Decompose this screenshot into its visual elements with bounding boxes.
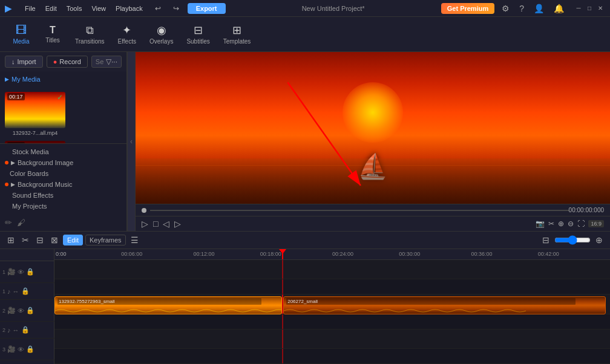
left-nav: ▶ My Media bbox=[0, 71, 126, 87]
snapshot-icon[interactable]: 📷 bbox=[536, 219, 545, 228]
cam-icon-2v[interactable]: 🎥 bbox=[7, 307, 16, 314]
bell-icon[interactable]: 🔔 bbox=[551, 2, 566, 15]
menu-file[interactable]: File bbox=[21, 4, 39, 13]
export-button[interactable]: Export bbox=[188, 3, 226, 14]
edit-icon[interactable]: ✏ bbox=[5, 218, 12, 227]
track-3-video-content[interactable] bbox=[54, 330, 610, 349]
panel-collapse-arrow[interactable]: ‹ bbox=[127, 52, 136, 231]
menu-playback[interactable]: Playback bbox=[112, 4, 146, 13]
track-2-video-content[interactable]: 132932-755272963_small 206272_small bbox=[54, 294, 610, 314]
main-area: ↓ Import ● Record ▽ ··· ▶ My Media bbox=[0, 52, 610, 231]
ruler-24: 00:24:00 bbox=[332, 251, 353, 257]
account-icon[interactable]: 👤 bbox=[531, 2, 546, 15]
toolbar-templates[interactable]: ⊞ Templates bbox=[217, 21, 257, 47]
search-input[interactable] bbox=[96, 58, 103, 65]
more-options-icon[interactable]: ··· bbox=[111, 57, 117, 66]
settings-icon[interactable]: ⚙ bbox=[499, 2, 512, 15]
lock-icon-2a[interactable]: 🔒 bbox=[21, 326, 30, 334]
track-header-1-audio: 1 ♪ ↔ 🔒 bbox=[0, 283, 54, 300]
nav-stock-media[interactable]: Stock Media bbox=[0, 146, 126, 157]
arrow-icon-2a[interactable]: ↔ bbox=[13, 327, 19, 334]
timeline-zoom-slider[interactable] bbox=[554, 235, 591, 245]
timeline-icon-1[interactable]: ⊞ bbox=[5, 234, 17, 246]
titles-icon: T bbox=[50, 25, 56, 36]
progress-bar[interactable] bbox=[150, 210, 569, 211]
timeline-icon-4[interactable]: ⊠ bbox=[48, 234, 61, 246]
nav-bottom-icons: ✏ 🖌 bbox=[0, 214, 126, 231]
menu-tools[interactable]: Tools bbox=[63, 4, 86, 13]
keyframes-button[interactable]: Keyframes bbox=[85, 235, 126, 245]
track-3-audio-content[interactable] bbox=[54, 349, 610, 364]
lock-icon-1v[interactable]: 🔒 bbox=[26, 268, 34, 276]
lock-icon-2v[interactable]: 🔒 bbox=[26, 307, 34, 314]
play-button[interactable]: ▷ bbox=[142, 219, 148, 229]
preview-progress[interactable] bbox=[142, 208, 569, 213]
clip-1-label: 132932-755272963_small bbox=[57, 298, 261, 305]
redo-btn[interactable]: ↪ bbox=[169, 3, 183, 14]
filter-icon[interactable]: ▽ bbox=[106, 57, 111, 66]
clip-2[interactable]: 206272_small bbox=[283, 296, 605, 314]
nav-sound-effects[interactable]: Sound Effects bbox=[0, 190, 126, 201]
ruler-36: 00:36:00 bbox=[471, 251, 493, 257]
eye-icon-2v[interactable]: 👁 bbox=[18, 307, 24, 314]
ruler-18: 00:18:00 bbox=[260, 251, 281, 257]
undo-btn[interactable]: ↩ bbox=[151, 3, 165, 14]
get-premium-button[interactable]: Get Premium bbox=[441, 3, 494, 14]
maximize-button[interactable]: □ bbox=[585, 4, 594, 13]
brush-icon[interactable]: 🖌 bbox=[17, 218, 25, 227]
timeline-zoom-out[interactable]: ⊟ bbox=[540, 234, 552, 246]
toolbar-subtitles[interactable]: ⊟ Subtitles bbox=[180, 21, 215, 47]
lock-icon-3v[interactable]: 🔒 bbox=[26, 345, 34, 353]
menu-view[interactable]: View bbox=[88, 4, 110, 13]
track-1-audio-content[interactable] bbox=[54, 279, 610, 294]
menu-edit[interactable]: Edit bbox=[42, 4, 61, 13]
timeline-icon-2[interactable]: ✂ bbox=[19, 234, 31, 246]
nav-my-media[interactable]: ▶ My Media bbox=[0, 74, 126, 85]
media-item-1[interactable]: 00:17 ✓ 132932-7...all.mp4 bbox=[5, 92, 65, 136]
timeline-icon-3[interactable]: ⊟ bbox=[34, 234, 46, 246]
clip-1[interactable]: 132932-755272963_small bbox=[54, 296, 282, 314]
import-button[interactable]: ↓ Import bbox=[5, 56, 43, 68]
media-label: Media bbox=[13, 38, 29, 45]
preview-sun bbox=[343, 82, 403, 143]
toolbar-media[interactable]: 🎞 Media bbox=[6, 22, 36, 47]
note-icon-2a[interactable]: ♪ bbox=[7, 327, 11, 334]
edit-mode-button[interactable]: Edit bbox=[63, 235, 83, 245]
zoom-out-icon[interactable]: ⊖ bbox=[568, 219, 574, 228]
zoom-in-icon[interactable]: ⊕ bbox=[558, 219, 564, 228]
stop-button[interactable]: □ bbox=[153, 219, 158, 229]
cam-icon-1v[interactable]: 🎥 bbox=[7, 268, 16, 276]
duration-2: 00:35 bbox=[7, 142, 25, 143]
toolbar-titles[interactable]: T Titles bbox=[38, 22, 68, 46]
progress-dot[interactable] bbox=[142, 208, 146, 213]
nav-background-music[interactable]: ▶ Background Music bbox=[0, 179, 126, 190]
close-button[interactable]: ✕ bbox=[595, 4, 605, 13]
nav-background-image[interactable]: ▶ Background Image bbox=[0, 157, 126, 168]
cam-icon-3v[interactable]: 🎥 bbox=[7, 345, 16, 353]
help-icon[interactable]: ? bbox=[517, 2, 526, 15]
cut-icon[interactable]: ✂ bbox=[548, 219, 554, 228]
track-2-audio-content[interactable] bbox=[54, 314, 610, 330]
project-title: New Untitled Project* bbox=[231, 5, 436, 12]
minimize-button[interactable]: ─ bbox=[574, 4, 583, 13]
arrow-icon-1a[interactable]: ↔ bbox=[13, 288, 19, 295]
timeline-icon-5[interactable]: ☰ bbox=[128, 234, 141, 246]
next-frame-button[interactable]: ▷ bbox=[174, 219, 181, 229]
nav-color-boards[interactable]: Color Boards bbox=[0, 168, 126, 179]
record-button[interactable]: ● Record bbox=[47, 56, 88, 68]
track-1-video-content[interactable] bbox=[54, 260, 610, 279]
lock-icon-1a[interactable]: 🔒 bbox=[21, 287, 30, 295]
search-area[interactable]: ▽ ··· bbox=[91, 56, 122, 68]
eye-icon-1v[interactable]: 👁 bbox=[18, 268, 24, 276]
toolbar-effects[interactable]: ✦ Effects bbox=[112, 21, 142, 47]
prev-frame-button[interactable]: ◁ bbox=[163, 219, 169, 229]
toolbar-transitions[interactable]: ⧉ Transitions bbox=[69, 22, 111, 47]
nav-my-projects[interactable]: My Projects bbox=[0, 201, 126, 212]
window-controls: ─ □ ✕ bbox=[574, 4, 605, 13]
eye-icon-3v[interactable]: 👁 bbox=[18, 346, 24, 353]
media-item-2[interactable]: 00:35 ✓ 206272_...all.mp4 bbox=[5, 141, 65, 143]
fullscreen-icon[interactable]: ⛶ bbox=[577, 219, 585, 228]
toolbar-overlays[interactable]: ◉ Overlays bbox=[143, 21, 179, 47]
timeline-zoom-in[interactable]: ⊕ bbox=[593, 234, 605, 246]
note-icon-1a[interactable]: ♪ bbox=[7, 288, 11, 295]
